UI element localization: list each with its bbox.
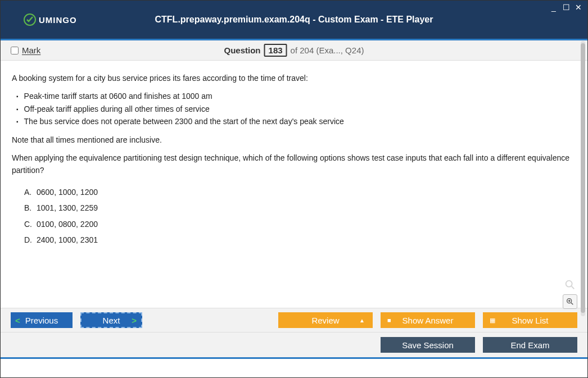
show-answer-button[interactable]: ■Show Answer (381, 312, 475, 328)
title-bar: UMINGO CTFL.prepaway.premium.exam.204q -… (1, 1, 587, 39)
save-session-button[interactable]: Save Session (381, 337, 475, 353)
answer-option-a[interactable]: A.0600, 1000, 1200 (24, 186, 576, 198)
answer-list: A.0600, 1000, 1200 B.1001, 1300, 2259 C.… (24, 186, 576, 247)
footer-session: Save Session End Exam (1, 333, 587, 357)
search-icon[interactable] (564, 279, 576, 291)
question-total: of 204 (Exa..., Q24) (291, 45, 364, 55)
previous-button[interactable]: <Previous (11, 312, 73, 328)
maximize-icon[interactable]: ☐ (562, 3, 571, 12)
mark-label: Mark (22, 45, 40, 55)
scrollbar[interactable] (581, 41, 585, 316)
question-prompt: When applying the equivalence partitioni… (12, 152, 576, 177)
answer-option-b[interactable]: B.1001, 1300, 2259 (24, 202, 576, 214)
question-note: Note that all times mentioned are inclus… (12, 134, 576, 146)
bullet-item: Off-peak tariff applies during all other… (12, 103, 576, 115)
bullet-item: Peak-time tariff starts at 0600 and fini… (12, 90, 576, 102)
answer-option-d[interactable]: D.2400, 1000, 2301 (24, 234, 576, 246)
show-list-button[interactable]: ▦Show List (483, 312, 577, 328)
logo-check-icon (23, 13, 37, 26)
chevron-right-icon: > (132, 316, 137, 325)
next-button[interactable]: Next> (80, 312, 142, 328)
chevron-left-icon: < (15, 316, 20, 325)
end-exam-button[interactable]: End Exam (483, 337, 577, 353)
question-header: Mark Question 183 of 204 (Exa..., Q24) (1, 40, 587, 61)
logo-text: UMINGO (39, 15, 77, 25)
question-indicator: Question 183 of 204 (Exa..., Q24) (224, 44, 364, 57)
zoom-in-button[interactable] (563, 294, 577, 309)
svg-line-2 (572, 286, 575, 289)
mark-control[interactable]: Mark (11, 45, 40, 55)
svg-line-4 (571, 303, 573, 304)
answer-option-c[interactable]: C.0100, 0800, 2200 (24, 218, 576, 230)
scrollbar-thumb[interactable] (581, 43, 585, 313)
mark-checkbox[interactable] (11, 47, 19, 54)
question-intro: A booking system for a city bus service … (12, 72, 576, 84)
question-content: A booking system for a city bus service … (1, 61, 587, 308)
question-label: Question (224, 45, 261, 55)
close-icon[interactable]: ✕ (574, 3, 583, 12)
question-bullets: Peak-time tariff starts at 0600 and fini… (12, 90, 576, 127)
triangle-up-icon: ▲ (359, 317, 365, 324)
accent-bottom (1, 357, 587, 359)
minimize-icon[interactable]: _ (549, 3, 558, 12)
bullet-item: The bus service does not operate between… (12, 115, 576, 127)
window-controls: _ ☐ ✕ (549, 3, 583, 12)
review-button[interactable]: Review▲ (278, 312, 373, 328)
question-number: 183 (264, 44, 287, 57)
app-title: CTFL.prepaway.premium.exam.204q - Custom… (155, 15, 433, 25)
footer-nav: <Previous Next> Review▲ ■Show Answer ▦Sh… (1, 308, 587, 333)
logo: UMINGO (23, 13, 77, 26)
square-icon: ■ (387, 317, 391, 324)
list-icon: ▦ (490, 317, 495, 324)
svg-point-1 (566, 281, 572, 287)
